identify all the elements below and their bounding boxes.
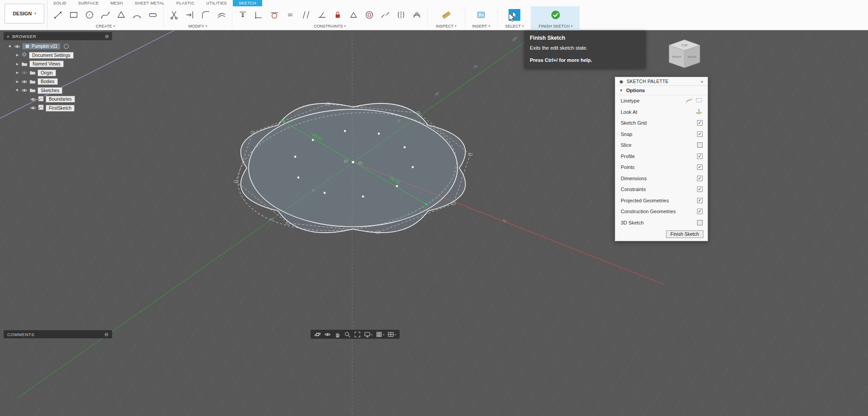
constraints-dropdown[interactable]: CONSTRAINTS▾ bbox=[237, 23, 423, 29]
trim-tool-button[interactable] bbox=[168, 9, 180, 21]
minimize-icon[interactable]: ⊖ bbox=[105, 34, 109, 39]
fit-button[interactable] bbox=[353, 331, 362, 338]
tree-item[interactable]: Boundaries bbox=[4, 95, 112, 104]
polygon-tool-button[interactable] bbox=[115, 9, 127, 21]
arc-tool-button[interactable] bbox=[131, 9, 143, 21]
fix-constraint-button[interactable] bbox=[332, 9, 344, 21]
eye-icon[interactable] bbox=[21, 78, 28, 86]
collapse-left-icon[interactable]: « bbox=[7, 34, 9, 39]
tree-expand-arrow[interactable]: ▶ bbox=[15, 53, 19, 57]
tools-row: CREATE▾ MODIFY▾ bbox=[47, 6, 868, 30]
points-checkbox[interactable] bbox=[697, 164, 703, 170]
midpoint-constraint-button[interactable] bbox=[348, 9, 359, 21]
tab-solid[interactable]: SOLID bbox=[47, 0, 72, 6]
eye-icon[interactable] bbox=[14, 42, 20, 51]
pan-button[interactable] bbox=[333, 331, 342, 338]
tree-item[interactable]: FirstSketch bbox=[4, 104, 112, 113]
display-settings-button[interactable]: ▾ bbox=[363, 331, 373, 338]
look-at-icon[interactable] bbox=[695, 108, 703, 116]
minimize-icon[interactable]: ⊖ bbox=[104, 332, 108, 337]
tree-expand-arrow[interactable]: ▶ bbox=[15, 80, 19, 84]
select-tool-button[interactable] bbox=[509, 9, 520, 21]
constraints-checkbox[interactable] bbox=[697, 187, 703, 192]
finish-sketch-palette-button[interactable]: Finish Sketch bbox=[666, 230, 703, 238]
tooltip-title: Finish Sketch bbox=[530, 35, 640, 41]
extend-tool-button[interactable] bbox=[184, 9, 196, 21]
palette-row-constraints: Constraints bbox=[615, 184, 708, 195]
tab-sheet-metal[interactable]: SHEET METAL bbox=[129, 0, 170, 6]
sketch-grid-checkbox[interactable] bbox=[697, 120, 703, 126]
concentric-constraint-button[interactable] bbox=[363, 9, 375, 21]
symmetry-constraint-button[interactable] bbox=[395, 9, 407, 21]
line-tool-button[interactable] bbox=[52, 9, 64, 21]
select-dropdown[interactable]: SELECT▾ bbox=[505, 23, 524, 29]
model-canvas[interactable] bbox=[0, 30, 868, 416]
tree-item[interactable]: ▶ Named Views bbox=[4, 60, 112, 69]
collinear-constraint-button[interactable] bbox=[379, 9, 391, 21]
tree-item[interactable]: ▶ Origin bbox=[4, 69, 112, 78]
activate-radio-button[interactable] bbox=[64, 44, 69, 49]
curvature-constraint-button[interactable] bbox=[411, 9, 423, 21]
parallel-constraint-button[interactable] bbox=[300, 9, 312, 21]
linetype-construction-icon[interactable] bbox=[695, 97, 703, 105]
dimensions-checkbox[interactable] bbox=[697, 176, 703, 181]
tree-expand-arrow[interactable]: ▶ bbox=[14, 88, 20, 93]
zoom-button[interactable] bbox=[343, 331, 352, 338]
insert-image-button[interactable] bbox=[475, 9, 487, 21]
create-dropdown[interactable]: CREATE▾ bbox=[52, 23, 159, 29]
spline-tool-button[interactable] bbox=[99, 9, 111, 21]
palette-header[interactable]: ◉ SKETCH PALETTE » bbox=[615, 77, 708, 86]
comments-panel[interactable]: COMMENTS ⊖ bbox=[4, 330, 112, 338]
linetype-normal-icon[interactable] bbox=[685, 97, 693, 105]
equal-constraint-button[interactable] bbox=[284, 9, 296, 21]
offset-tool-button[interactable] bbox=[216, 9, 227, 21]
tangent-constraint-button[interactable] bbox=[269, 9, 280, 21]
fillet-tool-button[interactable] bbox=[200, 9, 212, 21]
measure-tool-button[interactable] bbox=[440, 9, 452, 21]
tree-expand-arrow[interactable]: ▶ bbox=[15, 62, 19, 66]
design-menu-button[interactable]: DESIGN ▾ bbox=[5, 4, 44, 23]
tab-surface[interactable]: SURFACE bbox=[72, 0, 104, 6]
profile-checkbox[interactable] bbox=[697, 154, 703, 159]
eye-icon[interactable] bbox=[30, 104, 36, 112]
tree-item[interactable]: ▶ Sketches bbox=[4, 86, 112, 95]
sketch-dimension-button[interactable] bbox=[237, 9, 249, 21]
tree-item-root[interactable]: ▶ Pumpkin v11 bbox=[4, 42, 112, 51]
horizontal-vertical-constraint-button[interactable] bbox=[253, 9, 264, 21]
tab-sketch[interactable]: SKETCH bbox=[233, 0, 262, 6]
finish-sketch-button[interactable] bbox=[550, 9, 561, 21]
construction-geometries-checkbox[interactable] bbox=[697, 209, 703, 214]
eye-icon[interactable] bbox=[30, 95, 36, 103]
slice-checkbox[interactable] bbox=[697, 142, 703, 148]
viewports-button[interactable]: ▾ bbox=[387, 331, 397, 338]
ruler-icon bbox=[441, 10, 451, 20]
tab-mesh[interactable]: MESH bbox=[104, 0, 129, 6]
browser-header[interactable]: « BROWSER ⊖ bbox=[4, 32, 112, 40]
grid-snaps-button[interactable]: ▾ bbox=[375, 331, 385, 338]
tab-utilities[interactable]: UTILITIES bbox=[200, 0, 233, 6]
tree-expand-arrow[interactable]: ▶ bbox=[15, 71, 19, 75]
projected-geometries-checkbox[interactable] bbox=[697, 198, 703, 203]
tree-item[interactable]: ▶ Document Settings bbox=[4, 51, 112, 60]
modify-dropdown[interactable]: MODIFY▾ bbox=[168, 23, 227, 29]
perpendicular-constraint-button[interactable] bbox=[316, 9, 328, 21]
finish-sketch-dropdown[interactable]: FINISH SKETCH▾ bbox=[538, 23, 572, 29]
orbit-button[interactable] bbox=[313, 331, 322, 338]
view-cube[interactable]: TOP FRONT RIGHT bbox=[664, 34, 705, 74]
eye-icon[interactable] bbox=[21, 86, 28, 94]
circle-tool-button[interactable] bbox=[84, 9, 95, 21]
triangle-down-icon: ▼ bbox=[619, 89, 623, 93]
collapse-right-icon[interactable]: » bbox=[701, 79, 703, 84]
inspect-dropdown[interactable]: INSPECT▾ bbox=[436, 23, 457, 29]
look-at-button[interactable] bbox=[323, 331, 332, 338]
options-section-header[interactable]: ▼ Options bbox=[615, 86, 708, 95]
tree-item[interactable]: ▶ Bodies bbox=[4, 77, 112, 86]
tree-expand-arrow[interactable]: ▶ bbox=[7, 44, 13, 49]
rectangle-tool-button[interactable] bbox=[68, 9, 80, 21]
tab-plastic[interactable]: PLASTIC bbox=[170, 0, 200, 6]
snap-checkbox[interactable] bbox=[697, 131, 703, 137]
insert-dropdown[interactable]: INSERT▾ bbox=[472, 23, 490, 29]
slot-tool-button[interactable] bbox=[147, 9, 159, 21]
eye-icon[interactable] bbox=[21, 69, 28, 77]
3d-sketch-checkbox[interactable] bbox=[697, 220, 703, 225]
